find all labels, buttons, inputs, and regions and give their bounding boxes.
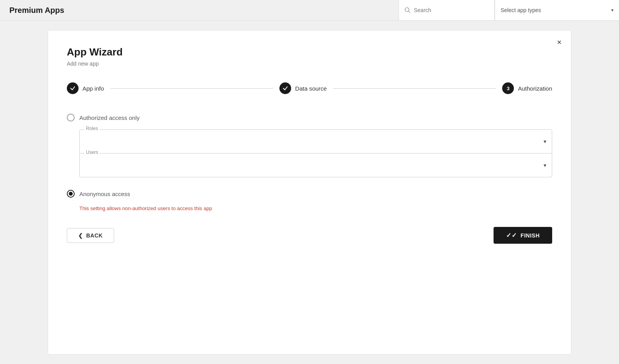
app-types-select[interactable]: Select app types ▾ — [495, 0, 619, 20]
main-content: × App Wizard Add new app App info — [0, 21, 619, 364]
search-icon — [404, 7, 411, 13]
authorized-access-label: Authorized access only — [79, 114, 140, 121]
authorized-access-option[interactable]: Authorized access only — [67, 114, 552, 121]
roles-label: Roles — [84, 126, 100, 131]
checkmark-icon-2 — [283, 86, 288, 91]
header: Premium Apps Select app types ▾ — [0, 0, 619, 21]
checkmark-icon — [70, 86, 75, 91]
step-line-2 — [333, 88, 496, 89]
anonymous-access-label: Anonymous access — [79, 191, 130, 197]
roles-select[interactable]: ▾ — [80, 130, 552, 153]
dialog-title: App Wizard — [67, 46, 552, 58]
stepper: App info Data source 3 Authorization — [67, 82, 552, 94]
search-box[interactable] — [399, 0, 495, 20]
users-label: Users — [84, 150, 100, 155]
back-arrow-icon: ❮ — [78, 232, 83, 239]
page-title: Premium Apps — [9, 6, 64, 15]
authorized-access-radio[interactable] — [67, 114, 75, 121]
users-select[interactable]: ▾ — [80, 153, 552, 177]
anonymous-access-option[interactable]: Anonymous access — [67, 190, 552, 198]
anonymous-access-radio[interactable] — [67, 190, 75, 198]
dialog-footer: ❮ BACK ✓✓ FINISH — [67, 227, 552, 244]
fields-container: Roles ▾ Users ▾ — [79, 129, 552, 177]
app-types-label: Select app types — [501, 7, 541, 13]
step-3-label: Authorization — [518, 85, 552, 92]
dialog: × App Wizard Add new app App info — [48, 30, 571, 355]
users-chevron-icon: ▾ — [544, 162, 546, 168]
step-1-circle — [67, 82, 79, 94]
users-field-wrapper: Users ▾ — [79, 153, 552, 177]
roles-chevron-icon: ▾ — [544, 138, 546, 145]
header-controls: Select app types ▾ — [399, 0, 619, 20]
chevron-down-icon: ▾ — [611, 7, 614, 13]
back-button[interactable]: ❮ BACK — [67, 228, 114, 243]
dialog-subtitle: Add new app — [67, 61, 552, 67]
step-data-source: Data source — [279, 82, 327, 94]
step-line-1 — [110, 88, 273, 89]
finish-label: FINISH — [521, 232, 540, 239]
step-2-label: Data source — [295, 85, 327, 92]
finish-button[interactable]: ✓✓ FINISH — [494, 227, 552, 244]
step-authorization: 3 Authorization — [502, 82, 552, 94]
finish-checkmark-icon: ✓✓ — [506, 232, 517, 239]
step-3-circle: 3 — [502, 82, 514, 94]
form-section: Authorized access only Roles ▾ Users ▾ — [67, 114, 552, 211]
back-label: BACK — [86, 232, 103, 239]
step-app-info: App info — [67, 82, 104, 94]
anonymous-access-info: This setting allows non-authorized users… — [79, 205, 552, 211]
search-input[interactable] — [414, 7, 489, 13]
svg-line-1 — [409, 11, 410, 13]
step-2-circle — [279, 82, 291, 94]
roles-field-wrapper: Roles ▾ — [79, 129, 552, 153]
step-1-label: App info — [82, 85, 104, 92]
close-button[interactable]: × — [557, 38, 562, 46]
